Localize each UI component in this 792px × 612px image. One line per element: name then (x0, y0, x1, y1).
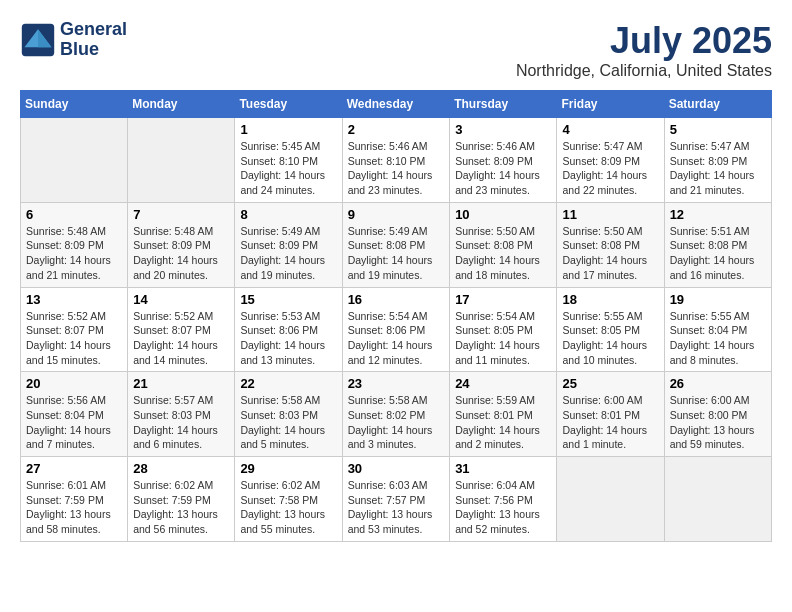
calendar-cell: 8Sunrise: 5:49 AM Sunset: 8:09 PM Daylig… (235, 202, 342, 287)
cell-content: Sunrise: 5:57 AM Sunset: 8:03 PM Dayligh… (133, 393, 229, 452)
cell-content: Sunrise: 5:46 AM Sunset: 8:09 PM Dayligh… (455, 139, 551, 198)
weekday-header: Thursday (450, 91, 557, 118)
calendar-week-row: 13Sunrise: 5:52 AM Sunset: 8:07 PM Dayli… (21, 287, 772, 372)
cell-content: Sunrise: 5:58 AM Sunset: 8:02 PM Dayligh… (348, 393, 445, 452)
calendar-cell: 28Sunrise: 6:02 AM Sunset: 7:59 PM Dayli… (128, 457, 235, 542)
calendar-cell: 4Sunrise: 5:47 AM Sunset: 8:09 PM Daylig… (557, 118, 664, 203)
day-number: 4 (562, 122, 658, 137)
calendar-cell: 11Sunrise: 5:50 AM Sunset: 8:08 PM Dayli… (557, 202, 664, 287)
calendar-cell: 14Sunrise: 5:52 AM Sunset: 8:07 PM Dayli… (128, 287, 235, 372)
cell-content: Sunrise: 6:01 AM Sunset: 7:59 PM Dayligh… (26, 478, 122, 537)
calendar-cell: 27Sunrise: 6:01 AM Sunset: 7:59 PM Dayli… (21, 457, 128, 542)
day-number: 18 (562, 292, 658, 307)
cell-content: Sunrise: 6:02 AM Sunset: 7:58 PM Dayligh… (240, 478, 336, 537)
cell-content: Sunrise: 5:54 AM Sunset: 8:05 PM Dayligh… (455, 309, 551, 368)
calendar-cell: 1Sunrise: 5:45 AM Sunset: 8:10 PM Daylig… (235, 118, 342, 203)
day-number: 22 (240, 376, 336, 391)
calendar-cell: 29Sunrise: 6:02 AM Sunset: 7:58 PM Dayli… (235, 457, 342, 542)
day-number: 25 (562, 376, 658, 391)
calendar-cell: 31Sunrise: 6:04 AM Sunset: 7:56 PM Dayli… (450, 457, 557, 542)
logo-icon (20, 22, 56, 58)
weekday-header: Sunday (21, 91, 128, 118)
calendar-cell: 13Sunrise: 5:52 AM Sunset: 8:07 PM Dayli… (21, 287, 128, 372)
cell-content: Sunrise: 5:56 AM Sunset: 8:04 PM Dayligh… (26, 393, 122, 452)
cell-content: Sunrise: 5:52 AM Sunset: 8:07 PM Dayligh… (26, 309, 122, 368)
calendar-cell: 21Sunrise: 5:57 AM Sunset: 8:03 PM Dayli… (128, 372, 235, 457)
calendar-table: SundayMondayTuesdayWednesdayThursdayFrid… (20, 90, 772, 542)
calendar-cell: 17Sunrise: 5:54 AM Sunset: 8:05 PM Dayli… (450, 287, 557, 372)
calendar-cell: 25Sunrise: 6:00 AM Sunset: 8:01 PM Dayli… (557, 372, 664, 457)
cell-content: Sunrise: 5:55 AM Sunset: 8:05 PM Dayligh… (562, 309, 658, 368)
day-number: 23 (348, 376, 445, 391)
day-number: 10 (455, 207, 551, 222)
calendar-cell: 24Sunrise: 5:59 AM Sunset: 8:01 PM Dayli… (450, 372, 557, 457)
weekday-header: Wednesday (342, 91, 450, 118)
page-header: General Blue July 2025 Northridge, Calif… (20, 20, 772, 80)
cell-content: Sunrise: 5:45 AM Sunset: 8:10 PM Dayligh… (240, 139, 336, 198)
weekday-header-row: SundayMondayTuesdayWednesdayThursdayFrid… (21, 91, 772, 118)
calendar-cell: 2Sunrise: 5:46 AM Sunset: 8:10 PM Daylig… (342, 118, 450, 203)
calendar-cell (664, 457, 771, 542)
calendar-cell: 9Sunrise: 5:49 AM Sunset: 8:08 PM Daylig… (342, 202, 450, 287)
cell-content: Sunrise: 6:02 AM Sunset: 7:59 PM Dayligh… (133, 478, 229, 537)
cell-content: Sunrise: 5:51 AM Sunset: 8:08 PM Dayligh… (670, 224, 766, 283)
cell-content: Sunrise: 6:04 AM Sunset: 7:56 PM Dayligh… (455, 478, 551, 537)
logo-line2: Blue (60, 40, 127, 60)
day-number: 19 (670, 292, 766, 307)
month-title: July 2025 (516, 20, 772, 62)
weekday-header: Saturday (664, 91, 771, 118)
weekday-header: Tuesday (235, 91, 342, 118)
calendar-cell: 18Sunrise: 5:55 AM Sunset: 8:05 PM Dayli… (557, 287, 664, 372)
cell-content: Sunrise: 5:54 AM Sunset: 8:06 PM Dayligh… (348, 309, 445, 368)
cell-content: Sunrise: 5:59 AM Sunset: 8:01 PM Dayligh… (455, 393, 551, 452)
day-number: 11 (562, 207, 658, 222)
calendar-cell: 20Sunrise: 5:56 AM Sunset: 8:04 PM Dayli… (21, 372, 128, 457)
day-number: 26 (670, 376, 766, 391)
day-number: 12 (670, 207, 766, 222)
day-number: 20 (26, 376, 122, 391)
calendar-cell: 3Sunrise: 5:46 AM Sunset: 8:09 PM Daylig… (450, 118, 557, 203)
location: Northridge, California, United States (516, 62, 772, 80)
day-number: 6 (26, 207, 122, 222)
cell-content: Sunrise: 6:03 AM Sunset: 7:57 PM Dayligh… (348, 478, 445, 537)
cell-content: Sunrise: 5:48 AM Sunset: 8:09 PM Dayligh… (26, 224, 122, 283)
day-number: 29 (240, 461, 336, 476)
calendar-cell: 23Sunrise: 5:58 AM Sunset: 8:02 PM Dayli… (342, 372, 450, 457)
calendar-week-row: 6Sunrise: 5:48 AM Sunset: 8:09 PM Daylig… (21, 202, 772, 287)
day-number: 7 (133, 207, 229, 222)
weekday-header: Monday (128, 91, 235, 118)
day-number: 28 (133, 461, 229, 476)
day-number: 17 (455, 292, 551, 307)
cell-content: Sunrise: 5:48 AM Sunset: 8:09 PM Dayligh… (133, 224, 229, 283)
day-number: 16 (348, 292, 445, 307)
calendar-cell: 15Sunrise: 5:53 AM Sunset: 8:06 PM Dayli… (235, 287, 342, 372)
day-number: 31 (455, 461, 551, 476)
calendar-cell: 22Sunrise: 5:58 AM Sunset: 8:03 PM Dayli… (235, 372, 342, 457)
cell-content: Sunrise: 5:53 AM Sunset: 8:06 PM Dayligh… (240, 309, 336, 368)
day-number: 27 (26, 461, 122, 476)
cell-content: Sunrise: 5:52 AM Sunset: 8:07 PM Dayligh… (133, 309, 229, 368)
calendar-cell: 12Sunrise: 5:51 AM Sunset: 8:08 PM Dayli… (664, 202, 771, 287)
weekday-header: Friday (557, 91, 664, 118)
calendar-week-row: 20Sunrise: 5:56 AM Sunset: 8:04 PM Dayli… (21, 372, 772, 457)
day-number: 14 (133, 292, 229, 307)
day-number: 5 (670, 122, 766, 137)
cell-content: Sunrise: 6:00 AM Sunset: 8:00 PM Dayligh… (670, 393, 766, 452)
day-number: 9 (348, 207, 445, 222)
cell-content: Sunrise: 5:46 AM Sunset: 8:10 PM Dayligh… (348, 139, 445, 198)
calendar-cell: 30Sunrise: 6:03 AM Sunset: 7:57 PM Dayli… (342, 457, 450, 542)
calendar-cell (557, 457, 664, 542)
cell-content: Sunrise: 5:50 AM Sunset: 8:08 PM Dayligh… (562, 224, 658, 283)
calendar-cell: 6Sunrise: 5:48 AM Sunset: 8:09 PM Daylig… (21, 202, 128, 287)
day-number: 24 (455, 376, 551, 391)
calendar-cell: 19Sunrise: 5:55 AM Sunset: 8:04 PM Dayli… (664, 287, 771, 372)
cell-content: Sunrise: 5:49 AM Sunset: 8:09 PM Dayligh… (240, 224, 336, 283)
day-number: 8 (240, 207, 336, 222)
cell-content: Sunrise: 5:49 AM Sunset: 8:08 PM Dayligh… (348, 224, 445, 283)
cell-content: Sunrise: 5:55 AM Sunset: 8:04 PM Dayligh… (670, 309, 766, 368)
cell-content: Sunrise: 5:58 AM Sunset: 8:03 PM Dayligh… (240, 393, 336, 452)
day-number: 15 (240, 292, 336, 307)
day-number: 1 (240, 122, 336, 137)
title-block: July 2025 Northridge, California, United… (516, 20, 772, 80)
calendar-cell: 7Sunrise: 5:48 AM Sunset: 8:09 PM Daylig… (128, 202, 235, 287)
